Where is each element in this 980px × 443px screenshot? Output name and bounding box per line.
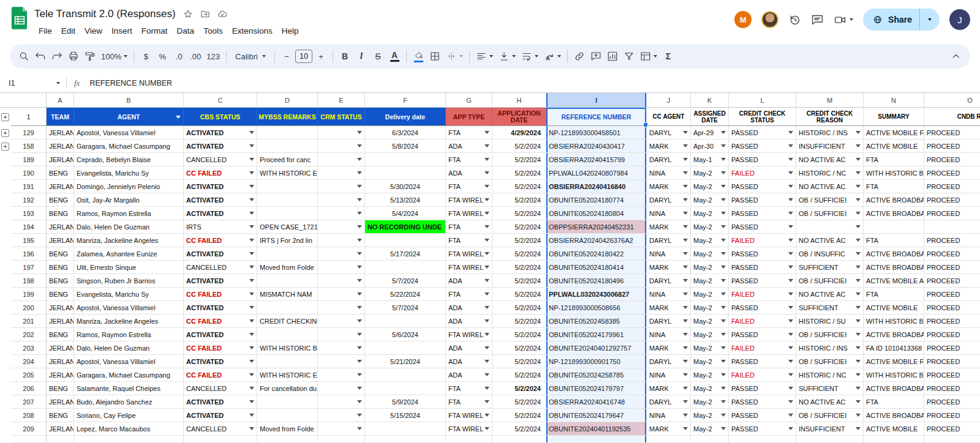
dropdown-arrow-icon[interactable] [484,212,489,215]
dropdown-arrow-icon[interactable] [484,319,489,322]
cell-H191[interactable]: 5/2/2024 [492,180,546,193]
dropdown-arrow-icon[interactable] [856,131,861,134]
menu-file[interactable]: File [34,24,56,37]
cell-A201[interactable]: JERLAN [47,315,74,328]
cell-F197[interactable] [365,261,446,274]
increase-font-size-button[interactable]: + [313,48,329,65]
cell-G205[interactable]: ADA [446,368,492,382]
dropdown-arrow-icon[interactable] [357,292,362,296]
cell-M194[interactable] [796,220,864,234]
cell-A1[interactable]: TEAM [47,108,74,126]
cell-D201[interactable]: CREDIT CHECKING [257,315,318,328]
dropdown-arrow-icon[interactable] [683,306,688,309]
cell-J205[interactable]: NINA [647,368,691,382]
redo-button[interactable] [49,48,65,65]
cell-A208[interactable]: BENG [47,409,74,422]
dropdown-arrow-icon[interactable] [249,360,254,363]
cell-M191[interactable]: NO ACTIVE AC [796,180,864,193]
cell-O206[interactable]: PROCEED [924,382,980,395]
number-format-button[interactable]: 123 [204,48,222,65]
dropdown-arrow-icon[interactable] [683,427,688,430]
dropdown-arrow-icon[interactable] [856,198,861,201]
dropdown-arrow-icon[interactable] [249,319,254,322]
cell-I158[interactable]: OBSIERRA20240430417 [546,140,647,153]
row-header-201[interactable]: 201 [11,315,47,328]
cell-O129[interactable]: PROCEED [924,126,980,140]
cell-K194[interactable]: May-2 [691,220,729,234]
cell-N205[interactable]: WITH HISTORIC BA [864,368,924,382]
cell-B203[interactable]: Dalo, Helen De Guzman [74,341,184,355]
cell-H202[interactable]: 5/2/2024 [492,328,546,341]
cell-E205[interactable] [318,368,365,382]
cell-N198[interactable]: ACTIVE MOBILE A [864,274,924,288]
dropdown-arrow-icon[interactable] [249,185,254,188]
cell-M201[interactable]: HISTORIC / SU [796,315,864,328]
cell-M129[interactable]: HISTORIC / INS [796,126,864,140]
dropdown-arrow-icon[interactable] [721,198,726,201]
dropdown-arrow-icon[interactable] [484,373,489,376]
cell-I195[interactable]: OBSIERRA20240426376A2 [546,234,647,247]
cell-D158[interactable] [257,140,318,153]
column-header-K[interactable]: K [691,93,729,108]
cell-F203[interactable] [365,341,446,355]
cell-B191[interactable]: Domingo, Jennielyn Pelenio [74,180,184,193]
cell-A191[interactable]: JERLAN [47,180,74,193]
cell-H129[interactable]: 4/29/2024 [492,126,546,140]
cell-L198[interactable]: PASSED [729,274,796,288]
profile-avatar[interactable]: J [949,9,970,30]
cell-M208[interactable]: OB / SUFFICIEI [796,409,864,422]
cell-O209[interactable]: PROCEED [924,422,980,436]
cell-G195[interactable]: FTA [446,234,492,247]
row-header-208[interactable]: 208 [11,409,47,422]
dropdown-arrow-icon[interactable] [721,252,726,255]
cell-O-partial[interactable] [924,436,980,443]
cell-I198[interactable]: OBUNITE052024180496 [546,274,647,288]
cell-H194[interactable]: 5/2/2024 [492,220,546,234]
dropdown-arrow-icon[interactable] [683,239,688,242]
row-header-202[interactable]: 202 [11,328,47,341]
cell-I189[interactable]: OBSIERRA20240415799 [546,153,647,166]
cell-D205[interactable]: WITH HISTORIC E [257,368,318,382]
cell-H199[interactable]: 5/2/2024 [492,288,546,301]
dropdown-arrow-icon[interactable] [721,239,726,242]
column-header-H[interactable]: H [492,93,546,108]
cell-H206[interactable]: 5/2/2024 [492,382,546,395]
cell-C198[interactable]: ACTIVATED [184,274,257,288]
cell-C189[interactable]: CANCELLED [184,153,257,166]
dropdown-arrow-icon[interactable] [357,171,362,174]
dropdown-arrow-icon[interactable] [788,225,793,228]
row-header-199[interactable]: 199 [11,288,47,301]
cell-H190[interactable]: 5/2/2024 [492,166,546,180]
cell-A207[interactable]: JERLAN [47,395,74,409]
cell-L158[interactable]: PASSED [729,140,796,153]
cell-H207[interactable]: 5/2/2024 [492,395,546,409]
cell-D196[interactable] [257,247,318,261]
dropdown-arrow-icon[interactable] [788,400,793,403]
cell-G192[interactable]: FTA WIREL [446,193,492,207]
dropdown-arrow-icon[interactable] [249,212,254,215]
cell-I1[interactable]: REFERENCE NUMBER [546,108,647,126]
cell-J206[interactable]: MARK [647,382,691,395]
dropdown-arrow-icon[interactable] [683,212,688,215]
dropdown-arrow-icon[interactable] [357,387,362,390]
cell-J203[interactable]: MARK [647,341,691,355]
cell-I201[interactable]: OBUNITE05202458385 [546,315,647,328]
cell-M209[interactable]: INSUFFICIENT [796,422,864,436]
cell-M207[interactable]: NO ACTIVE AC [796,395,864,409]
cell-G202[interactable]: FTA WIREL [446,328,492,341]
cell-K191[interactable]: May-2 [691,180,729,193]
column-header-I[interactable]: I [546,93,647,108]
cell-N199[interactable]: FTA [864,288,924,301]
dropdown-arrow-icon[interactable] [856,212,861,215]
dropdown-arrow-icon[interactable] [484,225,489,228]
cell-A200[interactable]: JERLAN [47,301,74,315]
cell-H204[interactable]: 5/2/2024 [492,355,546,368]
cell-M204[interactable]: OB / SUFFICIEI [796,355,864,368]
dropdown-arrow-icon[interactable] [856,185,861,188]
cell-K195[interactable]: May-2 [691,234,729,247]
cell-O189[interactable]: PROCEED [924,153,980,166]
cell-O191[interactable]: PROCEED [924,180,980,193]
text-wrap-button[interactable] [519,48,541,65]
dropdown-arrow-icon[interactable] [249,252,254,255]
share-options-button[interactable] [919,9,940,31]
